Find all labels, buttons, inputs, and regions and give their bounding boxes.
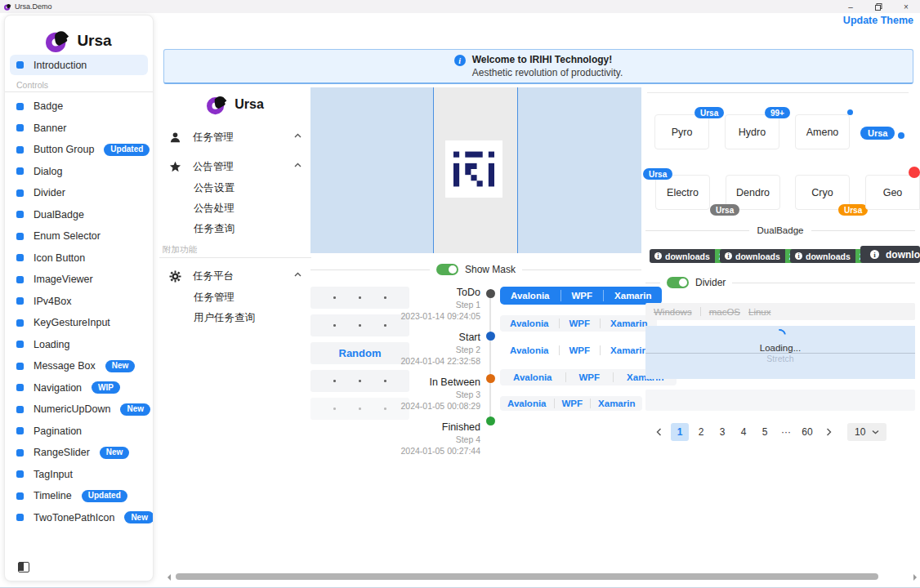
- sidebar-item-divider[interactable]: Divider: [5, 182, 153, 204]
- status-badge: WIP: [92, 381, 120, 394]
- sidebar-item-introduction[interactable]: Introduction: [10, 55, 148, 75]
- ursa-badge-gray: Ursa: [710, 204, 739, 216]
- wpf-button[interactable]: WPF: [560, 342, 601, 359]
- minimize-button[interactable]: –: [837, 0, 864, 13]
- tab-linux[interactable]: Linux: [748, 307, 771, 317]
- close-button[interactable]: ×: [892, 0, 920, 13]
- divider-label: Divider: [695, 277, 726, 288]
- sidebar-item-badge[interactable]: Badge: [5, 96, 153, 118]
- sidebar-item-dialog[interactable]: Dialog: [5, 161, 153, 183]
- avalonia-button[interactable]: Avalonia: [500, 369, 565, 385]
- divider-toggle[interactable]: [667, 277, 689, 288]
- update-theme-button[interactable]: Update Theme: [843, 15, 913, 26]
- divider-line: [310, 270, 430, 270]
- sidebar-item-dualbadge[interactable]: DualBadge: [5, 204, 153, 226]
- timeline-connector: [489, 298, 491, 419]
- timeline-dot-todo: [486, 289, 495, 298]
- bullet-icon: [16, 103, 24, 110]
- show-mask-toggle[interactable]: [436, 264, 458, 275]
- title-bar: Ursa.Demo – ×: [0, 0, 920, 13]
- badge-card-pyro: Pyro: [654, 114, 709, 149]
- empty-bar: [645, 390, 915, 411]
- sidebar-item-rangeslider[interactable]: RangeSliderNew: [5, 442, 153, 464]
- banner-subtitle: Aesthetic revolution of productivity.: [472, 67, 623, 78]
- menu-item-user-task-query[interactable]: 用户任务查询: [159, 308, 311, 328]
- sidebar-item-keygestureinput[interactable]: KeyGestureInput: [5, 312, 153, 334]
- tab-macos[interactable]: macOS: [709, 307, 740, 317]
- sidebar-item-loading[interactable]: Loading: [5, 334, 153, 356]
- avalonia-button[interactable]: Avalonia: [500, 396, 554, 411]
- avalonia-button[interactable]: Avalonia: [500, 315, 559, 332]
- menu-item-announcement-handling[interactable]: 公告处理: [159, 198, 311, 219]
- prev-page-button[interactable]: [650, 423, 668, 441]
- wpf-button[interactable]: WPF: [561, 287, 604, 305]
- bullet-icon: [16, 341, 24, 348]
- button-group-soft: Avalonia WPF Xamarin: [500, 315, 657, 332]
- bullet-icon: [16, 384, 24, 391]
- sidebar-collapse-icon[interactable]: [18, 562, 29, 572]
- avalonia-button[interactable]: Avalonia: [500, 287, 560, 305]
- menu-item-task-management[interactable]: 任务管理: [159, 287, 311, 308]
- bullet-icon: [16, 319, 24, 327]
- tab-windows[interactable]: Windows: [654, 307, 692, 317]
- chevron-left-icon: [656, 428, 662, 436]
- scroll-right-arrow[interactable]: [913, 574, 917, 581]
- app-window: Ursa.Demo – × Update Theme Ursa Introduc…: [0, 0, 920, 588]
- sidebar-item-icon-button[interactable]: Icon Button: [5, 247, 153, 270]
- bullet-icon: [16, 189, 24, 197]
- sidebar-item-twotonepathicon[interactable]: TwoTonePathIconNew: [5, 507, 153, 529]
- chevron-up-icon: [294, 163, 301, 167]
- sidebar-item-button-group[interactable]: Button GroupUpdated: [5, 139, 153, 161]
- demo-menu: Ursa 任务管理 公告管理 公告设置 公告处理 任务查询 附加功能 任务平台 …: [159, 85, 311, 328]
- sidebar: Ursa Introduction Controls Badge Banner …: [4, 15, 154, 581]
- sidebar-item-banner[interactable]: Banner: [5, 118, 153, 140]
- page-button-1[interactable]: 1: [671, 423, 689, 441]
- page-button-3[interactable]: 3: [713, 423, 731, 441]
- xamarin-button[interactable]: Xamarin: [604, 287, 662, 305]
- wpf-button[interactable]: WPF: [555, 396, 591, 411]
- menu-group-announcement[interactable]: 公告管理: [159, 155, 311, 178]
- sidebar-item-taginput[interactable]: TagInput: [5, 464, 153, 486]
- bullet-icon: [16, 449, 24, 457]
- tab-separator: [700, 307, 701, 316]
- scroll-left-arrow[interactable]: [167, 574, 171, 581]
- bullet-icon: [16, 124, 24, 131]
- scrollbar-thumb[interactable]: [176, 573, 878, 580]
- page-button-5[interactable]: 5: [756, 423, 774, 441]
- sidebar-item-ipv4box[interactable]: IPv4Box: [5, 291, 153, 313]
- sidebar-item-timeline[interactable]: TimelineUpdated: [5, 485, 153, 507]
- page-size-select[interactable]: 10: [847, 423, 887, 441]
- xamarin-button[interactable]: Xamarin: [591, 396, 642, 411]
- menu-item-announcement-settings[interactable]: 公告设置: [159, 178, 311, 198]
- button-group-borderless: Avalonia WPF Xamarin: [500, 342, 657, 359]
- menu-group-task-platform[interactable]: 任务平台: [159, 265, 311, 287]
- next-page-button[interactable]: [820, 423, 837, 441]
- timeline-item-todo: ToDo Step 1 2023-01-14 09:24:05: [372, 287, 498, 321]
- wpf-button[interactable]: WPF: [560, 315, 601, 332]
- sidebar-item-pagination[interactable]: Pagination: [5, 421, 153, 443]
- sidebar-item-enum-selector[interactable]: Enum Selector: [5, 225, 153, 247]
- sidebar-item-message-box[interactable]: Message BoxNew: [5, 355, 153, 377]
- avalonia-button[interactable]: Avalonia: [500, 342, 559, 359]
- menu-item-task-query[interactable]: 任务查询: [159, 219, 311, 239]
- page-ellipsis[interactable]: ···: [777, 423, 795, 441]
- sidebar-item-navigation[interactable]: NavigationWIP: [5, 377, 153, 399]
- image-viewer[interactable]: [310, 87, 641, 253]
- page-button-4[interactable]: 4: [735, 423, 753, 441]
- page-button-2[interactable]: 2: [692, 423, 710, 441]
- viewer-mask-right: [517, 87, 641, 253]
- show-mask-row: Show Mask: [310, 263, 641, 276]
- bullet-icon: [16, 61, 24, 69]
- page-button-60[interactable]: 60: [798, 423, 816, 441]
- dualbadge-divider-label: DualBadge: [757, 225, 804, 235]
- maximize-button[interactable]: [864, 0, 892, 13]
- restore-icon: [875, 3, 882, 11]
- sidebar-item-numericupdown[interactable]: NumericUpDownNew: [5, 399, 153, 421]
- gear-icon: [169, 270, 181, 283]
- sidebar-item-label: Introduction: [33, 60, 87, 71]
- wpf-button[interactable]: WPF: [566, 369, 614, 385]
- chevron-up-icon: [294, 272, 301, 277]
- sidebar-item-imageviewer[interactable]: ImageViewer: [5, 269, 153, 291]
- bullet-icon: [16, 427, 24, 434]
- menu-group-task-management[interactable]: 任务管理: [159, 126, 311, 149]
